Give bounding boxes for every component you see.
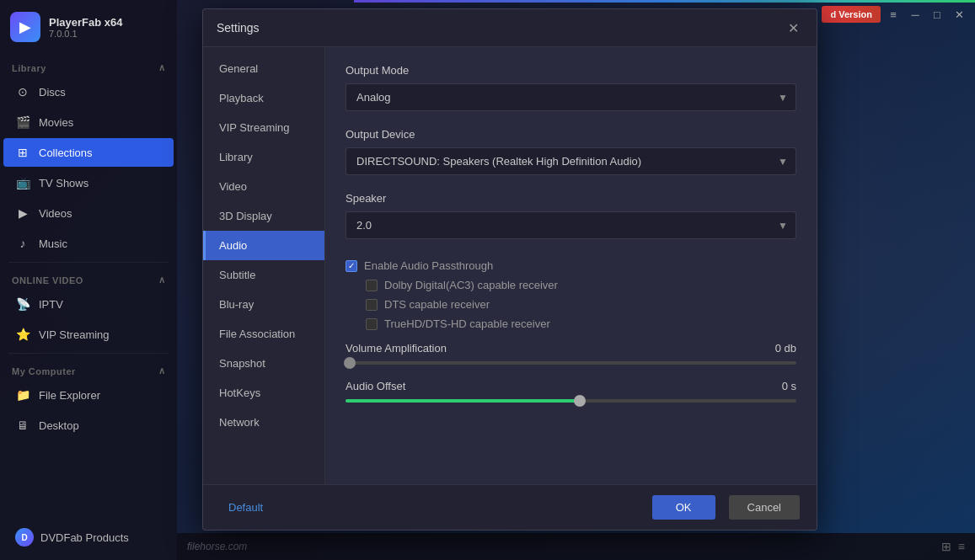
output-mode-label: Output Mode [346,64,796,77]
nav-item-general[interactable]: General [203,54,324,83]
dialog-title: Settings [217,21,260,35]
dolby-label: Dolby Digital(AC3) capable receiver [384,279,558,291]
sidebar-item-label: TV Shows [39,177,88,189]
passthrough-group: ✓ Enable Audio Passthrough Dolby Digital… [346,256,796,333]
online-video-section-label: ONLINE VIDEO ∧ [0,266,177,289]
truehd-item[interactable]: TrueHD/DTS-HD capable receiver [346,314,796,333]
cancel-button[interactable]: Cancel [729,495,800,520]
sidebar-item-label: Collections [39,147,93,159]
nav-item-library[interactable]: Library [203,142,324,172]
nav-item-3d-display[interactable]: 3D Display [203,201,324,231]
sidebar-header: ▶ PlayerFab x64 7.0.0.1 [0,0,177,54]
nav-item-audio[interactable]: Audio [203,231,324,260]
sidebar-item-collections[interactable]: ⊞ Collections [3,138,174,167]
sidebar-item-iptv[interactable]: 📡 IPTV [3,290,174,318]
volume-value: 0 db [775,342,796,355]
dolby-checkbox[interactable] [366,280,378,291]
minimize-button[interactable]: ─ [906,5,924,24]
filehorse-logo: filehorse.com [187,541,247,552]
discs-icon: ⊙ [15,84,30,99]
maximize-button[interactable]: □ [928,5,946,24]
audio-offset-header: Audio Offset 0 s [346,380,796,392]
audio-offset-slider-track[interactable] [346,399,796,403]
audio-offset-label: Audio Offset [346,380,405,392]
dvdfab-label: DVDFab Products [40,531,129,544]
volume-slider-thumb[interactable] [344,357,356,369]
dts-checkbox[interactable] [366,299,378,311]
audio-offset-slider-thumb[interactable] [574,395,586,407]
truehd-label: TrueHD/DTS-HD capable receiver [384,317,550,330]
file-explorer-icon: 📁 [15,387,30,403]
truehd-checkbox[interactable] [366,318,378,330]
nav-item-video[interactable]: Video [203,172,324,201]
output-device-select-wrapper: DIRECTSOUND: Speakers (Realtek High Defi… [346,147,796,175]
my-computer-section-label: My Computer ∧ [0,357,177,380]
nav-item-vip-streaming[interactable]: VIP Streaming [203,113,324,142]
default-button[interactable]: Default [220,496,271,519]
sidebar-item-label: IPTV [39,298,63,311]
dialog-body: General Playback VIP Streaming Library V… [203,47,817,484]
vip-icon: ⭐ [15,327,30,342]
speaker-select[interactable]: 2.0 [346,211,796,239]
grid-icon[interactable]: ⊞ [941,540,951,553]
volume-slider-track[interactable] [346,361,796,365]
app-container: ▶ PlayerFab x64 7.0.0.1 Library ∧ ⊙ Disc… [0,0,975,560]
nav-item-blu-ray[interactable]: Blu-ray [203,290,324,319]
enable-passthrough-item[interactable]: ✓ Enable Audio Passthrough [346,256,796,275]
main-content: d Version ≡ ─ □ ✕ Settings ✕ General Pla [177,0,975,560]
bottom-bar: filehorse.com ⊞ ≡ [177,533,975,560]
collections-icon: ⊞ [15,145,30,160]
dialog-close-button[interactable]: ✕ [783,18,803,38]
output-mode-select-wrapper: Analog ▼ [346,83,796,111]
speaker-label: Speaker [346,192,796,205]
sidebar-item-videos[interactable]: ▶ Videos [3,199,174,227]
library-section-label: Library ∧ [0,54,177,77]
nav-item-snapshot[interactable]: Snapshot [203,349,324,378]
sidebar-item-discs[interactable]: ⊙ Discs [3,77,174,106]
output-device-select[interactable]: DIRECTSOUND: Speakers (Realtek High Defi… [346,147,796,175]
chevron-up-icon: ∧ [158,62,166,73]
close-app-button[interactable]: ✕ [950,5,968,24]
desktop-icon: 🖥 [15,418,30,433]
dvdfab-products-button[interactable]: D DVDFab Products [3,521,174,553]
dolby-item[interactable]: Dolby Digital(AC3) capable receiver [346,275,796,295]
sidebar-item-label: Videos [39,207,72,220]
sidebar-item-desktop[interactable]: 🖥 Desktop [3,411,174,440]
dts-item[interactable]: DTS capable receiver [346,295,796,314]
filter-icon[interactable]: ≡ [884,5,903,24]
audio-settings-content: Output Mode Analog ▼ Output Device [325,47,817,484]
app-name: PlayerFab x64 [49,16,122,29]
audio-offset-slider-fill [346,399,580,403]
audio-offset-section: Audio Offset 0 s [346,380,796,403]
tv-icon: 📺 [15,175,30,190]
chevron-up-icon-2: ∧ [158,275,166,285]
sidebar-item-music[interactable]: ♪ Music [3,229,174,258]
sidebar-item-label: Discs [39,86,66,99]
nav-item-subtitle[interactable]: Subtitle [203,260,324,290]
ok-button[interactable]: OK [652,495,715,520]
sidebar-item-movies[interactable]: 🎬 Movies [3,108,174,136]
output-mode-select[interactable]: Analog [346,83,796,111]
nav-item-hotkeys[interactable]: HotKeys [203,378,324,408]
sidebar-item-label: Desktop [39,419,79,432]
sidebar-item-vip-streaming[interactable]: ⭐ VIP Streaming [3,320,174,349]
dialog-titlebar: Settings ✕ [203,9,817,47]
nav-item-playback[interactable]: Playback [203,83,324,113]
speaker-group: Speaker 2.0 ▼ [346,192,796,239]
app-title-group: PlayerFab x64 7.0.0.1 [49,16,122,39]
list-icon[interactable]: ≡ [958,540,965,553]
upgrade-button[interactable]: d Version [822,6,881,23]
settings-nav: General Playback VIP Streaming Library V… [203,47,325,484]
sidebar-item-tv-shows[interactable]: 📺 TV Shows [3,168,174,197]
music-icon: ♪ [15,236,30,251]
output-device-label: Output Device [346,128,796,141]
nav-item-network[interactable]: Network [203,408,324,437]
sidebar-divider-1 [8,262,169,263]
sidebar-item-label: File Explorer [39,389,100,402]
sidebar-bottom: D DVDFab Products [0,515,177,560]
iptv-icon: 📡 [15,296,30,312]
enable-passthrough-checkbox[interactable]: ✓ [346,260,357,272]
sidebar-item-file-explorer[interactable]: 📁 File Explorer [3,381,174,409]
nav-item-file-association[interactable]: File Association [203,319,324,349]
footer-right-buttons: OK Cancel [652,495,800,520]
